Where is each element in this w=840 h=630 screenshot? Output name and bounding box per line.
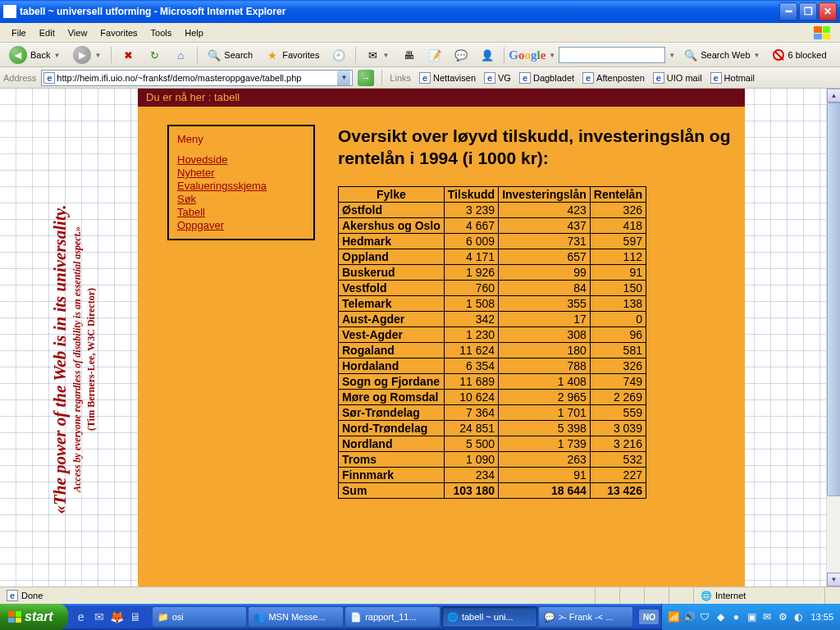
go-button[interactable]: → — [358, 70, 374, 86]
tray-shield-icon[interactable]: 🛡 — [698, 610, 711, 623]
row-value: 657 — [499, 249, 591, 264]
address-input[interactable] — [55, 73, 337, 83]
nav-link[interactable]: Hovedside — [177, 153, 305, 166]
search-icon: 🔍 — [208, 48, 221, 62]
row-value: 3 216 — [590, 436, 646, 451]
row-value: 5 500 — [444, 436, 498, 451]
clock[interactable]: 13:55 — [807, 612, 833, 622]
table-row: Finnmark23491227 — [339, 467, 646, 482]
menu-tools[interactable]: Tools — [144, 25, 179, 40]
browser-viewport: «The power of the Web is in its universa… — [0, 89, 840, 587]
ql-outlook-icon[interactable]: ✉ — [91, 607, 107, 627]
minimize-button[interactable]: ━ — [779, 2, 797, 21]
menu-file[interactable]: File — [5, 25, 33, 40]
favorite-link[interactable]: eVG — [481, 72, 514, 84]
row-value: 731 — [499, 233, 591, 249]
language-indicator[interactable]: NO — [639, 609, 659, 624]
messenger-button[interactable]: 👤 — [475, 46, 500, 64]
row-label: Akershus og Oslo — [339, 217, 445, 233]
row-value: 559 — [590, 404, 646, 420]
popup-blocked-button[interactable]: 6 blocked — [767, 46, 832, 64]
mail-button[interactable]: ✉▼ — [360, 46, 395, 64]
row-label: Finnmark — [339, 467, 445, 482]
tray-network-icon[interactable]: 📶 — [667, 610, 680, 623]
favorite-link[interactable]: eUIO mail — [650, 72, 705, 84]
row-value: 749 — [590, 373, 646, 389]
menu-view[interactable]: View — [62, 25, 94, 40]
row-value: 597 — [590, 233, 646, 249]
edit-button[interactable]: 📝 — [422, 46, 447, 64]
print-button[interactable]: 🖶 — [396, 46, 421, 64]
link-icon: e — [519, 72, 531, 84]
home-button[interactable]: ⌂ — [168, 46, 193, 64]
vertical-scrollbar[interactable]: ▲ ▼ — [826, 89, 840, 587]
ql-ie-icon[interactable]: e — [73, 607, 89, 627]
row-value: 227 — [590, 467, 646, 482]
row-label: Buskerud — [339, 264, 445, 280]
tray-app1-icon[interactable]: ◆ — [714, 610, 727, 623]
nav-link[interactable]: Søk — [177, 193, 305, 205]
tray-app3-icon[interactable]: ▣ — [745, 610, 758, 623]
nav-link[interactable]: Tabell — [177, 206, 305, 218]
table-row: Nordland5 5001 7393 216 — [339, 436, 646, 451]
google-search-input[interactable] — [559, 47, 665, 63]
ql-desktop-icon[interactable]: 🖥 — [127, 607, 144, 627]
menu-help[interactable]: Help — [178, 25, 210, 40]
row-value: 263 — [499, 451, 591, 467]
maximize-button[interactable]: ❐ — [799, 2, 817, 21]
scroll-up-button[interactable]: ▲ — [827, 89, 840, 103]
page-heading: Oversikt over løyvd tilskudd, investerin… — [338, 125, 733, 170]
nav-link[interactable]: Nyheter — [177, 167, 305, 179]
tray-app2-icon[interactable]: ● — [729, 610, 742, 623]
search-web-button[interactable]: 🔍Search Web▼ — [678, 46, 765, 64]
favorites-button[interactable]: ★Favorites — [260, 46, 325, 64]
tray-app6-icon[interactable]: ◐ — [792, 610, 805, 623]
history-button[interactable]: 🕘 — [326, 46, 351, 64]
nav-link[interactable]: Evalueringsskjema — [177, 180, 305, 192]
row-value: 1 739 — [499, 436, 591, 451]
favorite-link[interactable]: eNettavisen — [416, 72, 479, 84]
status-page-icon: e — [7, 590, 18, 601]
search-button[interactable]: 🔍Search — [202, 46, 258, 64]
favorite-link[interactable]: eDagbladet — [516, 72, 578, 84]
scroll-down-button[interactable]: ▼ — [827, 573, 840, 587]
row-label: Hedmark — [339, 233, 445, 249]
favorite-link[interactable]: eHotmail — [707, 72, 758, 84]
menu-favorites[interactable]: Favorites — [94, 25, 144, 40]
address-dropdown[interactable]: ▼ — [337, 71, 350, 85]
back-button[interactable]: ◄ Back ▼ — [3, 46, 66, 64]
start-flag-icon — [8, 611, 21, 623]
forward-button[interactable]: ► ▼ — [67, 46, 107, 64]
address-toolbar: Address e ▼ → Links eNettaviseneVGeDagbl… — [0, 67, 840, 89]
row-value: 11 624 — [444, 342, 498, 358]
navigation-toolbar: ◄ Back ▼ ► ▼ ✖ ↻ ⌂ 🔍Search ★Favorites 🕘 … — [0, 43, 840, 67]
taskbar-app-button[interactable]: 📁osi — [152, 606, 248, 628]
row-value: 180 — [499, 342, 591, 358]
favorite-link[interactable]: eAftenposten — [579, 72, 648, 84]
table-header: Tilskudd — [444, 186, 498, 202]
taskbar-app-button[interactable]: 📄rapport_11... — [345, 606, 441, 628]
row-value: 112 — [590, 249, 646, 264]
tray-app4-icon[interactable]: ✉ — [760, 610, 774, 623]
close-button[interactable]: ✕ — [819, 2, 837, 21]
taskbar-app-button[interactable]: 👥MSN Messe... — [248, 606, 344, 628]
stop-button[interactable]: ✖ — [116, 46, 140, 64]
refresh-icon: ↻ — [148, 48, 161, 62]
menu-edit[interactable]: Edit — [33, 25, 62, 40]
discuss-button[interactable]: 💬 — [449, 46, 473, 64]
refresh-button[interactable]: ↻ — [142, 46, 167, 64]
row-value: 3 039 — [590, 420, 646, 436]
taskbar-app-button[interactable]: 💬>- Frank -< ... — [538, 606, 634, 628]
scroll-thumb[interactable] — [827, 103, 840, 496]
ql-firefox-icon[interactable]: 🦊 — [109, 607, 126, 627]
row-value: 581 — [590, 342, 646, 358]
table-row: Nord-Trøndelag24 8515 3983 039 — [339, 420, 646, 436]
nav-link[interactable]: Oppgaver — [177, 219, 305, 231]
row-value: 11 689 — [444, 373, 498, 389]
start-button[interactable]: start — [0, 604, 68, 630]
tray-volume-icon[interactable]: 🔊 — [682, 610, 696, 623]
tray-app5-icon[interactable]: ⚙ — [776, 610, 789, 623]
taskbar-app-button[interactable]: 🌐tabell ~ uni... — [441, 606, 537, 628]
row-value: 96 — [590, 326, 646, 342]
edit-icon: 📝 — [428, 48, 441, 62]
